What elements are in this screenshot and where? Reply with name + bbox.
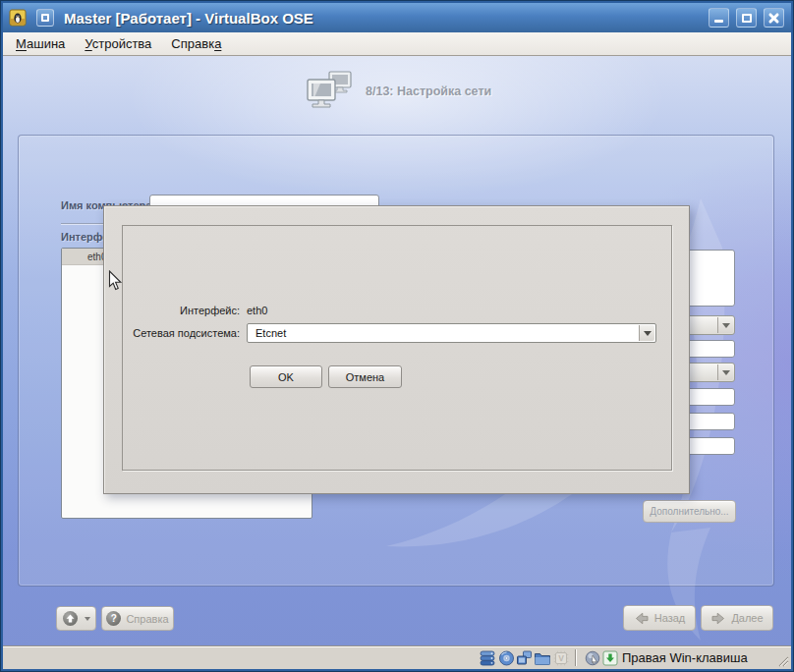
interface-field-value: eth0	[247, 305, 267, 316]
dropdown-arrow-icon	[717, 317, 733, 333]
statusbar-divider	[575, 649, 576, 666]
menubar: Машина Устройства Справка	[3, 32, 791, 56]
window-menu-glyph	[41, 14, 49, 22]
help-button-label: Справка	[126, 613, 168, 625]
titlebar: Master [Работает] - VirtualBox OSE	[3, 3, 791, 32]
back-arrow-icon	[634, 612, 650, 625]
hdd-icon[interactable]	[480, 650, 496, 666]
maximize-button[interactable]	[736, 8, 757, 28]
mouse-integration-icon	[585, 650, 601, 666]
advanced-button[interactable]: Дополнительно...	[643, 500, 736, 523]
resize-grip-icon[interactable]	[775, 653, 789, 667]
minimize-button[interactable]	[709, 8, 729, 28]
help-icon: ?	[106, 611, 121, 626]
dropdown-arrow-icon[interactable]	[639, 325, 654, 341]
next-arrow-icon	[710, 612, 726, 625]
menu-item-help[interactable]: Справка	[161, 34, 231, 53]
dropdown-arrow-icon	[717, 364, 733, 380]
chevron-down-icon	[85, 617, 90, 621]
hostkey-label: Правая Win-клавиша	[622, 650, 748, 665]
wizard-step-header: 8/13: Настройка сети	[305, 70, 491, 113]
vm-display: 8/13: Настройка сети Имя компьютера: Инт…	[3, 56, 791, 645]
ok-button[interactable]: OK	[250, 365, 322, 388]
back-button-label: Назад	[654, 612, 686, 624]
virtualbox-window: Master [Работает] - VirtualBox OSE Машин…	[0, 0, 794, 672]
minimize-icon	[714, 20, 723, 23]
virtualbox-app-icon	[9, 9, 27, 27]
help-button[interactable]: ? Справка	[101, 606, 174, 631]
subsystem-field-label: Сетевая подсистема:	[104, 327, 240, 339]
next-button[interactable]: Далее	[701, 605, 773, 631]
hostkey-capture-icon	[602, 650, 618, 666]
maximize-icon	[742, 14, 752, 23]
statusbar: V Правая Win-клавиша	[3, 645, 791, 669]
window-title: Master [Работает] - VirtualBox OSE	[64, 10, 313, 27]
window-controls	[709, 8, 784, 28]
menu-item-machine[interactable]: Машина	[6, 34, 75, 53]
menu-item-devices[interactable]: Устройства	[75, 34, 161, 53]
cancel-button[interactable]: Отмена	[328, 365, 402, 388]
back-button[interactable]: Назад	[623, 605, 696, 631]
network-icon[interactable]	[516, 650, 533, 666]
dialog-group-frame	[122, 225, 672, 471]
mouse-pointer-icon	[108, 270, 123, 292]
close-button[interactable]	[764, 8, 784, 28]
virtualization-icon: V	[553, 650, 569, 666]
up-arrow-icon	[63, 611, 78, 626]
shared-folders-icon[interactable]	[534, 650, 551, 666]
interface-settings-dialog: Интерфейс: eth0 Сетевая подсистема: Etcn…	[103, 205, 690, 494]
svg-text:V: V	[558, 653, 564, 663]
window-menu-icon[interactable]	[36, 9, 54, 27]
subsystem-dropdown[interactable]: Etcnet	[247, 323, 656, 343]
interface-field-label: Интерфейс:	[104, 305, 240, 316]
next-button-label: Далее	[731, 612, 763, 624]
subsystem-selected-value: Etcnet	[248, 324, 655, 342]
actions-menu-button[interactable]	[56, 606, 96, 631]
wizard-step-title: 8/13: Настройка сети	[366, 84, 491, 98]
network-setup-icon	[305, 70, 356, 113]
cdrom-icon[interactable]	[498, 650, 515, 666]
